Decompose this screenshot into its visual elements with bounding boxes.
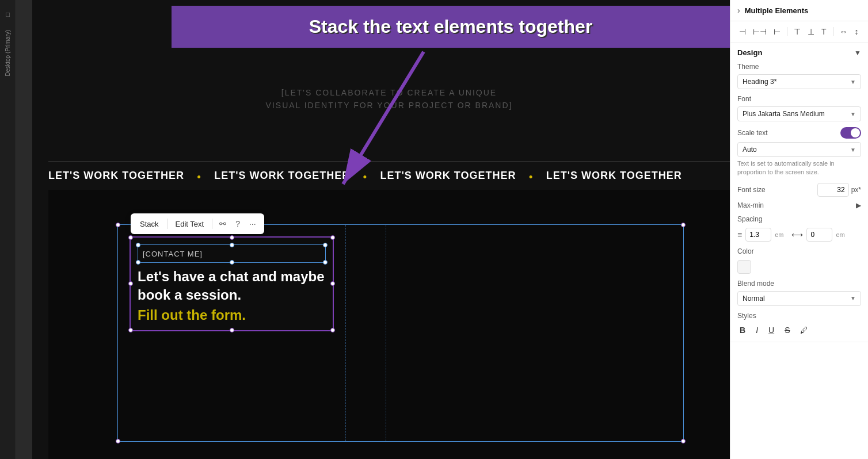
- left-sidebar: □ Desktop (Primary): [0, 0, 16, 459]
- handle-br[interactable]: [323, 260, 328, 265]
- ticker-item-1: LET'S WORK TOGETHER: [48, 170, 184, 181]
- purple-handle-bl[interactable]: [128, 328, 133, 332]
- dashed-line-2: [386, 225, 386, 441]
- panel-header: › Multiple Elements: [730, 0, 868, 21]
- help-icon[interactable]: ?: [232, 217, 243, 231]
- scale-text-toggle[interactable]: [840, 127, 861, 139]
- clear-format-button[interactable]: 🖊: [798, 324, 810, 336]
- ticker-dot-1: ●: [197, 173, 201, 181]
- strikethrough-button[interactable]: S: [782, 324, 792, 336]
- edit-text-button[interactable]: Edit Text: [171, 217, 209, 231]
- handle-bm[interactable]: [230, 260, 234, 265]
- align-left-icon[interactable]: ⊣: [737, 26, 748, 37]
- outer-handle-tl[interactable]: [116, 223, 120, 227]
- toggle-knob: [851, 128, 860, 137]
- scale-auto-value: Auto: [743, 146, 757, 154]
- blend-mode-label: Blend mode: [737, 280, 774, 288]
- styles-label: Styles: [737, 312, 756, 320]
- contact-label-box[interactable]: [CONTACT ME]: [138, 244, 326, 263]
- outer-handle-br[interactable]: [681, 439, 686, 443]
- maxmin-label: Max-min: [737, 201, 764, 209]
- ticker-dot-2: ●: [363, 173, 367, 181]
- scale-auto-dropdown[interactable]: Auto ▼: [737, 142, 861, 157]
- element-content: [CONTACT ME] Let's have a chat and maybe…: [131, 238, 333, 330]
- letter-spacing-icon: ⟷: [791, 230, 803, 239]
- panel-chevron-icon[interactable]: ›: [737, 6, 740, 15]
- scale-dropdown-arrow: ▼: [850, 147, 856, 153]
- purple-handle-ml[interactable]: [128, 281, 133, 286]
- bold-button[interactable]: B: [737, 324, 748, 336]
- spacing-label-row: Spacing: [737, 215, 861, 223]
- cta-text: Fill out the form.: [138, 307, 326, 323]
- context-menu: Stack Edit Text ⚯ ? ···: [131, 213, 264, 234]
- font-row: Font: [737, 95, 861, 103]
- ticker-bar: LET'S WORK TOGETHER ● LET'S WORK TOGETHE…: [48, 161, 730, 190]
- purple-handle-tr[interactable]: [330, 235, 335, 240]
- outer-selection-box[interactable]: Stack Edit Text ⚯ ? ··· [CONTACT ME]: [117, 224, 684, 442]
- font-size-row: Font size px*: [737, 183, 861, 197]
- underline-button[interactable]: U: [766, 324, 776, 336]
- font-value: Plus Jakarta Sans Medium: [743, 110, 825, 118]
- handle-tr[interactable]: [323, 243, 328, 247]
- align-row: ⊣ ⊢⊣ ⊢ ⊤ ⊥ T ↔ ↕: [730, 21, 868, 43]
- selected-text-element[interactable]: Stack Edit Text ⚯ ? ··· [CONTACT ME]: [130, 236, 334, 331]
- align-center-h-icon[interactable]: ⊢⊣: [751, 26, 768, 37]
- color-swatch[interactable]: [737, 260, 751, 274]
- line-height-row: ≡ em ⟷ em: [737, 228, 861, 242]
- blend-mode-label-row: Blend mode: [737, 280, 861, 288]
- font-size-input[interactable]: [817, 183, 849, 197]
- handle-tm[interactable]: [230, 243, 234, 247]
- menu-divider-1: [167, 219, 167, 229]
- purple-handle-mr[interactable]: [330, 281, 335, 286]
- stack-button[interactable]: Stack: [135, 217, 163, 231]
- line-height-input[interactable]: [745, 228, 771, 242]
- ticker-item-2: LET'S WORK TOGETHER: [214, 170, 350, 181]
- line-height-unit: em: [775, 231, 783, 238]
- top-text-line1: [LET'S COLLABORATE TO CREATE A UNIQUE: [48, 86, 730, 99]
- align-bottom-icon[interactable]: T: [820, 26, 828, 37]
- link-icon[interactable]: ⚯: [216, 217, 230, 231]
- handle-bl[interactable]: [136, 260, 140, 265]
- design-section-header[interactable]: Design ▼: [737, 48, 861, 57]
- spacing-label: Spacing: [737, 215, 762, 223]
- letter-spacing-input[interactable]: [806, 228, 832, 242]
- more-icon[interactable]: ···: [246, 217, 260, 231]
- styles-buttons-row: B I U S 🖊: [737, 324, 861, 336]
- color-label: Color: [737, 247, 754, 255]
- handle-tl[interactable]: [136, 243, 140, 247]
- outer-handle-bl[interactable]: [116, 439, 120, 443]
- right-panel: › Multiple Elements ⊣ ⊢⊣ ⊢ ⊤ ⊥ T ↔ ↕ Des…: [730, 0, 868, 459]
- blend-mode-dropdown[interactable]: Normal ▼: [737, 291, 861, 306]
- purple-handle-tm[interactable]: [230, 235, 234, 240]
- design-section-title: Design: [737, 48, 762, 57]
- theme-value: Heading 3*: [743, 78, 776, 86]
- distribute-h-icon[interactable]: ↔: [838, 26, 850, 37]
- purple-handle-tl[interactable]: [128, 235, 133, 240]
- align-middle-v-icon[interactable]: ⊥: [806, 26, 816, 37]
- styles-label-row: Styles: [737, 312, 861, 320]
- outer-handle-tr[interactable]: [681, 223, 686, 227]
- distribute-v-icon[interactable]: ↕: [853, 26, 861, 37]
- main-section: Stack Edit Text ⚯ ? ··· [CONTACT ME]: [48, 190, 730, 459]
- theme-label: Theme: [737, 63, 759, 71]
- design-collapse-icon[interactable]: ▼: [854, 49, 861, 57]
- instruction-text: Stack the text elements together: [189, 16, 713, 37]
- align-top-icon[interactable]: ⊤: [792, 26, 802, 37]
- font-dropdown[interactable]: Plus Jakarta Sans Medium ▼: [737, 106, 861, 121]
- canvas-area: Stack the text elements together [LET'S …: [16, 0, 730, 459]
- theme-dropdown[interactable]: Heading 3* ▼: [737, 74, 861, 89]
- contact-label-text: [CONTACT ME]: [143, 250, 203, 258]
- top-placeholder-text: [LET'S COLLABORATE TO CREATE A UNIQUE VI…: [48, 86, 730, 112]
- align-right-icon[interactable]: ⊢: [772, 26, 782, 37]
- body-text: Let's have a chat and maybe book a sessi…: [138, 267, 326, 305]
- theme-row: Theme: [737, 63, 861, 71]
- maxmin-arrow-icon[interactable]: ▶: [856, 201, 861, 209]
- purple-handle-br[interactable]: [330, 328, 335, 332]
- ticker-item-4: LET'S WORK TOGETHER: [546, 170, 682, 181]
- theme-dropdown-arrow: ▼: [850, 79, 856, 85]
- menu-divider-2: [212, 219, 212, 229]
- color-swatch-row[interactable]: [737, 260, 861, 274]
- italic-button[interactable]: I: [753, 324, 760, 336]
- font-size-label: Font size: [737, 186, 766, 194]
- purple-handle-bm[interactable]: [230, 328, 234, 332]
